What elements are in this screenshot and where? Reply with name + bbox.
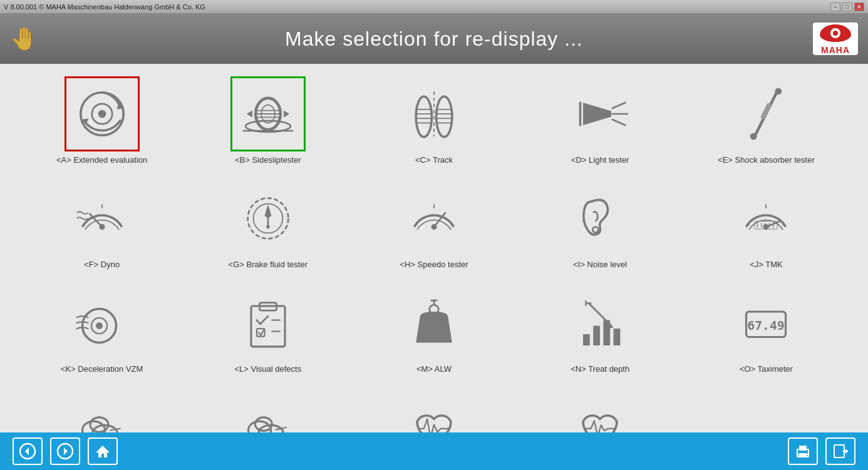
svg-rect-98 bbox=[799, 453, 807, 456]
grid-item-h[interactable]: <H> Speedo tester bbox=[351, 176, 517, 275]
exit-button[interactable] bbox=[825, 437, 855, 465]
icon-j bbox=[728, 181, 803, 256]
grid-item-o[interactable]: 67.49 <O> Taximeter bbox=[683, 280, 849, 380]
grid-item-p[interactable]: <P> Gasoline bbox=[19, 385, 185, 432]
svg-rect-100 bbox=[834, 445, 844, 457]
back-button[interactable] bbox=[13, 437, 43, 465]
grid-item-m[interactable]: <M> ALW bbox=[351, 280, 517, 380]
bottom-right-controls bbox=[788, 437, 855, 465]
icon-r bbox=[396, 390, 472, 432]
grid-item-c[interactable]: <C> Track bbox=[351, 71, 517, 171]
svg-point-29 bbox=[750, 133, 757, 140]
label-i: <I> Noise level bbox=[573, 260, 627, 270]
label-o: <O> Taximeter bbox=[740, 364, 793, 375]
svg-rect-97 bbox=[799, 446, 807, 451]
label-m: <M> ALW bbox=[416, 364, 452, 375]
icon-q bbox=[230, 390, 306, 432]
grid-item-b[interactable]: <B> Sidesliptester bbox=[185, 71, 351, 171]
svg-text:67.49: 67.49 bbox=[748, 319, 785, 333]
label-j: <J> TMK bbox=[750, 260, 783, 270]
icon-d bbox=[562, 76, 638, 151]
svg-marker-14 bbox=[284, 111, 289, 118]
label-d: <D> Light tester bbox=[571, 155, 629, 166]
icon-e bbox=[728, 76, 803, 151]
icon-o: 67.49 bbox=[728, 285, 803, 360]
label-b: <B> Sidesliptester bbox=[235, 155, 301, 166]
icon-s bbox=[562, 390, 638, 432]
icon-i bbox=[562, 181, 638, 256]
minimize-button[interactable]: − bbox=[830, 3, 840, 11]
label-e: <E> Shock absorber tester bbox=[718, 155, 815, 166]
svg-point-2 bbox=[98, 110, 106, 118]
home-button[interactable] bbox=[88, 437, 118, 465]
svg-marker-89 bbox=[25, 447, 29, 455]
titlebar-text: V 8.00.001 © MAHA Maschinenbau Haldenwan… bbox=[4, 3, 830, 11]
label-n: <N> Treat depth bbox=[571, 364, 629, 375]
svg-line-82 bbox=[110, 428, 120, 430]
label-h: <H> Speedo tester bbox=[400, 260, 468, 270]
grid-item-d[interactable]: <D> Light tester bbox=[517, 71, 683, 171]
label-l: <L> Visual defects bbox=[234, 364, 301, 375]
svg-point-50 bbox=[763, 224, 769, 230]
grid-item-l[interactable]: <L> Visual defects bbox=[185, 280, 351, 380]
forward-button[interactable] bbox=[50, 437, 80, 465]
main-area: <A> Extended evaluation <B> Sidesliptest… bbox=[0, 64, 868, 432]
icon-k bbox=[65, 285, 140, 360]
logo-text: MAHA bbox=[821, 45, 850, 55]
gear-icon: ⚙ bbox=[847, 20, 855, 30]
svg-rect-68 bbox=[583, 334, 590, 345]
icon-n bbox=[562, 285, 638, 360]
grid-item-r[interactable]: <R> PTI Tool bbox=[351, 385, 517, 432]
icon-g bbox=[230, 181, 306, 256]
svg-rect-60 bbox=[251, 306, 285, 347]
icon-c bbox=[396, 76, 472, 151]
hand-icon: 🤚 bbox=[10, 26, 38, 52]
svg-point-45 bbox=[592, 227, 598, 232]
selection-grid: <A> Extended evaluation <B> Sidesliptest… bbox=[19, 71, 849, 425]
restore-button[interactable]: □ bbox=[842, 3, 852, 11]
icon-b bbox=[230, 76, 306, 151]
svg-point-59 bbox=[96, 322, 103, 329]
grid-item-g[interactable]: <G> Brake fluid tester bbox=[185, 176, 351, 275]
grid-item-i[interactable]: <I> Noise level bbox=[517, 176, 683, 275]
grid-item-e[interactable]: <E> Shock absorber tester bbox=[683, 71, 849, 171]
window-controls: − □ ✕ bbox=[830, 3, 864, 11]
logo-pupil bbox=[830, 28, 840, 38]
logo-eye bbox=[820, 24, 851, 42]
icon-f bbox=[65, 181, 140, 256]
svg-point-85 bbox=[255, 417, 272, 431]
icon-p bbox=[65, 390, 140, 432]
icon-m bbox=[396, 285, 472, 360]
page-title: Make selection for re-display ... bbox=[285, 28, 583, 51]
titlebar: V 8.00.001 © MAHA Maschinenbau Haldenwan… bbox=[0, 0, 868, 14]
svg-line-72 bbox=[589, 303, 611, 325]
svg-point-35 bbox=[99, 224, 105, 230]
header: 🤚 Make selection for re-display ... ⚙ MA… bbox=[0, 14, 868, 64]
label-g: <G> Brake fluid tester bbox=[229, 260, 307, 270]
print-button[interactable] bbox=[788, 437, 818, 465]
svg-marker-92 bbox=[96, 446, 110, 457]
close-button[interactable]: ✕ bbox=[854, 3, 864, 11]
svg-rect-69 bbox=[593, 325, 600, 345]
svg-point-44 bbox=[431, 224, 437, 230]
grid-item-k[interactable]: <K> Deceleration VZM bbox=[19, 280, 185, 380]
label-k: <K> Deceleration VZM bbox=[61, 364, 143, 375]
grid-item-a[interactable]: <A> Extended evaluation bbox=[19, 71, 185, 171]
svg-line-30 bbox=[763, 106, 769, 117]
grid-item-s[interactable]: <S> OBD bbox=[517, 385, 683, 432]
svg-rect-71 bbox=[614, 329, 621, 345]
label-c: <C> Track bbox=[415, 155, 453, 166]
grid-item-q[interactable]: <Q> Diesel oil bbox=[185, 385, 351, 432]
svg-point-16 bbox=[437, 96, 452, 137]
icon-l bbox=[230, 285, 306, 360]
svg-marker-91 bbox=[64, 447, 68, 455]
icon-a bbox=[65, 76, 140, 151]
svg-point-28 bbox=[775, 88, 782, 95]
grid-item-j[interactable]: <J> TMK bbox=[683, 176, 849, 275]
svg-marker-102 bbox=[845, 449, 848, 454]
grid-item-f[interactable]: <F> Dyno bbox=[19, 176, 185, 275]
bottombar bbox=[0, 432, 868, 470]
grid-item-n[interactable]: <N> Treat depth bbox=[517, 280, 683, 380]
svg-point-15 bbox=[416, 96, 431, 137]
maha-logo: ⚙ MAHA bbox=[813, 23, 858, 55]
